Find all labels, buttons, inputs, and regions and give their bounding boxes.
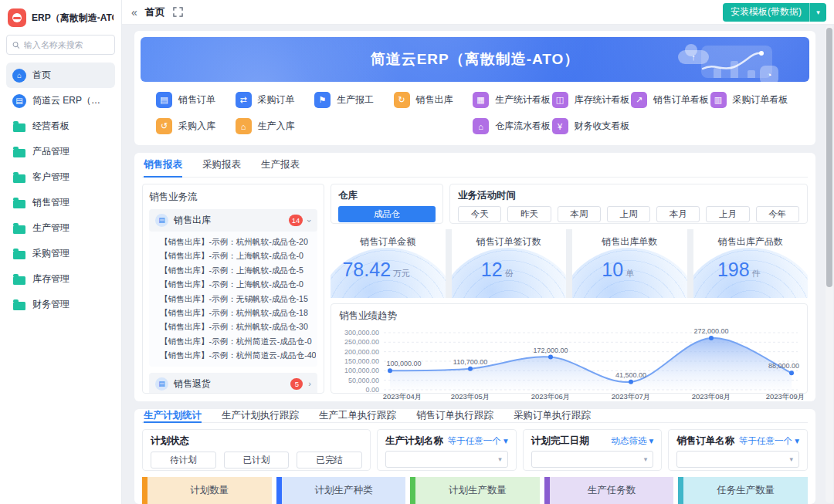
flow-group-header[interactable]: ▤ 销售出库 14 › [149, 209, 317, 232]
collapse-sidebar-icon[interactable]: « [131, 6, 137, 19]
plan-filters: 计划状态 待计划 已计划 已完结 生产计划名称 等于任意一个 ▾ ▾ [142, 429, 808, 471]
svg-text:300,000.00: 300,000.00 [344, 329, 379, 337]
flow-item[interactable]: 【销售出库】-示例：杭州帆软-成品仓-20 [160, 235, 316, 249]
plan-stat-task-quantity[interactable]: 任务生产数量 [678, 477, 808, 504]
tab-sales-report[interactable]: 销售报表 [144, 153, 182, 177]
tab-plan-tracking[interactable]: 生产计划执行跟踪 [222, 409, 299, 422]
fullscreen-icon[interactable] [173, 7, 183, 17]
filter-mode-dropdown[interactable]: 等于任意一个 ▾ [448, 435, 508, 447]
quicklink-finance-board[interactable]: ¥财务收支看板 [552, 118, 632, 134]
status-option-to-plan[interactable]: 待计划 [151, 452, 216, 468]
svg-text:2023年09月: 2023年09月 [766, 392, 805, 401]
sidebar-item-label: 生产管理 [32, 222, 70, 235]
sidebar-item-inventory-mgmt[interactable]: 库存管理 [6, 266, 115, 292]
plan-stat-planned-quantity[interactable]: 计划数量 [142, 477, 272, 504]
stat-unit: 万元 [393, 269, 410, 278]
flow-item[interactable]: 【销售出库】-示例：上海帆软-成品仓-0 [160, 277, 316, 291]
sidebar-item-jdy-erp[interactable]: ▤ 简道云 ERP（离散制造-ATO）... [6, 88, 115, 113]
sidebar-item-production-mgmt[interactable]: 生产管理 [6, 215, 115, 241]
svg-text:272,000.00: 272,000.00 [693, 327, 728, 335]
plan-stat-task-count[interactable]: 生产任务数 [544, 477, 674, 504]
search-input[interactable] [24, 40, 109, 49]
chevron-down-icon[interactable]: ▾ [809, 3, 826, 22]
flow-item[interactable]: 【销售出库】-示例：杭州帆软-成品仓-18 [160, 306, 316, 320]
chart-title: 销售业绩趋势 [339, 310, 799, 323]
production-plan-section: 生产计划统计 生产计划执行跟踪 生产工单执行跟踪 销售订单执行跟踪 采购订单执行… [134, 409, 815, 504]
plan-stat-production-types[interactable]: 计划生产种类 [276, 477, 406, 504]
install-template-label[interactable]: 安装模板(带数据) [723, 3, 809, 22]
outbound-icon: ↻ [394, 92, 410, 108]
sidebar-item-home[interactable]: ⌂ 首页 [6, 63, 115, 88]
sidebar-item-business-board[interactable]: 经营看板 [6, 113, 115, 139]
tab-workorder-tracking[interactable]: 生产工单执行跟踪 [319, 409, 396, 422]
quicklink-sales-order[interactable]: ▤销售订单 [156, 92, 236, 108]
sidebar-item-customer-mgmt[interactable]: 客户管理 [6, 164, 115, 190]
quicklink-production-report[interactable]: ⚑生产报工 [314, 92, 394, 108]
sidebar-item-label: 产品管理 [32, 145, 70, 158]
sidebar-item-purchase-mgmt[interactable]: 采购管理 [6, 241, 115, 266]
home-icon: ⌂ [12, 69, 26, 83]
quicklink-production-inbound[interactable]: ⌂生产入库 [236, 118, 315, 134]
quicklink-sales-outbound[interactable]: ↻销售出库 [394, 92, 473, 108]
time-option-this-year[interactable]: 今年 [756, 206, 799, 222]
stat-unit: 单 [626, 269, 634, 278]
sales-order-icon: ▤ [156, 92, 172, 108]
tab-plan-stats[interactable]: 生产计划统计 [144, 409, 202, 422]
svg-text:2023年07月: 2023年07月 [612, 392, 651, 401]
time-option-yesterday[interactable]: 昨天 [507, 206, 551, 222]
quicklink-inventory-stats-board[interactable]: ◫库存统计看板 [552, 92, 632, 108]
install-template-button[interactable]: 安装模板(带数据) ▾ [723, 3, 826, 22]
flow-item-list: 【销售出库】-示例：杭州帆软-成品仓-20 【销售出库】-示例：上海帆软-成品仓… [149, 232, 317, 367]
sidebar-item-label: 客户管理 [32, 171, 70, 184]
scrollbar-thumb[interactable] [826, 28, 832, 287]
quicklink-purchase-order-board[interactable]: ▥采购订单看板 [710, 92, 790, 108]
time-option-today[interactable]: 今天 [458, 206, 501, 222]
time-option-this-month[interactable]: 本月 [656, 206, 700, 222]
warehouse-option-finished-goods[interactable]: 成品仓 [338, 206, 436, 222]
quicklink-warehouse-flow-board[interactable]: ⌂仓库流水看板 [473, 118, 552, 134]
flow-item[interactable]: 【销售出库】-示例：无锡帆软-成品仓-15 [160, 292, 316, 306]
sidebar-item-finance-mgmt[interactable]: 财务管理 [6, 292, 115, 317]
quicklink-purchase-inbound[interactable]: ↺采购入库 [156, 118, 236, 134]
plan-name-filter: 生产计划名称 等于任意一个 ▾ ▾ [377, 429, 517, 471]
plan-stat-production-quantity[interactable]: 计划生产数量 [410, 477, 540, 504]
dashboard-content: 简道云ERP（离散制造-ATO） ↑ ◔ ▤销售订单 ⇄采购订单 ⚑生产报工 ↻… [122, 25, 834, 504]
tab-production-report[interactable]: 生产报表 [261, 153, 300, 177]
time-option-last-month[interactable]: 上月 [706, 206, 749, 222]
flow-item[interactable]: 【销售出库】-示例：杭州简道云-成品仓-0 [160, 334, 316, 348]
sidebar-item-label: 销售管理 [32, 196, 70, 209]
status-option-completed[interactable]: 已完结 [297, 452, 362, 468]
pie-chart-icon: ◔ [760, 66, 778, 82]
sidebar-item-label: 首页 [32, 69, 51, 82]
stat-value: 78.42 [342, 259, 391, 280]
sidebar-item-product-mgmt[interactable]: 产品管理 [6, 139, 115, 164]
filter-mode-dropdown[interactable]: 动态筛选 ▾ [611, 435, 653, 447]
sidebar-search[interactable] [6, 35, 115, 55]
sales-order-name-select[interactable]: ▾ [676, 451, 799, 468]
tab-sales-order-tracking[interactable]: 销售订单执行跟踪 [416, 409, 493, 422]
plan-name-select[interactable]: ▾ [385, 451, 508, 468]
status-option-planned[interactable]: 已计划 [224, 452, 290, 468]
finish-date-select[interactable]: ▾ [531, 451, 654, 468]
quicklink-sales-order-board[interactable]: ↗销售订单看板 [631, 92, 710, 108]
count-badge: 14 [289, 215, 303, 226]
quicklink-purchase-order[interactable]: ⇄采购订单 [236, 92, 315, 108]
time-option-last-week[interactable]: 上周 [607, 206, 650, 222]
flow-item[interactable]: 【销售出库】-示例：上海帆软-成品仓-5 [160, 263, 316, 277]
document-icon: ▤ [155, 214, 168, 227]
filter-mode-dropdown[interactable]: 等于任意一个 ▾ [739, 435, 799, 447]
sales-reports-section: 销售报表 采购报表 生产报表 销售业务流 ▤ 销售出库 14 › [134, 153, 815, 401]
svg-text:250,000.00: 250,000.00 [344, 338, 379, 346]
tab-purchase-report[interactable]: 采购报表 [202, 153, 241, 177]
time-option-this-week[interactable]: 本周 [558, 206, 601, 222]
page-title[interactable]: 首页 [145, 5, 165, 19]
bar-chart-icon: ▥ [710, 92, 727, 108]
flow-item[interactable]: 【销售出库】-示例：杭州帆软-成品仓-30 [160, 320, 316, 333]
sidebar-item-sales-mgmt[interactable]: 销售管理 [6, 190, 115, 215]
quicklink-production-stats-board[interactable]: ▦生产统计看板 [473, 92, 552, 108]
flow-item[interactable]: 【销售出库】-示例：上海帆软-成品仓-0 [160, 249, 316, 262]
tab-purchase-order-tracking[interactable]: 采购订单执行跟踪 [514, 409, 591, 422]
vertical-scrollbar[interactable] [826, 25, 833, 503]
flow-group-sales-return[interactable]: ▤ 销售退货 5 › [149, 373, 317, 394]
flow-item[interactable]: 【销售出库】-示例：杭州简道云-成品仓-40 [160, 348, 316, 362]
